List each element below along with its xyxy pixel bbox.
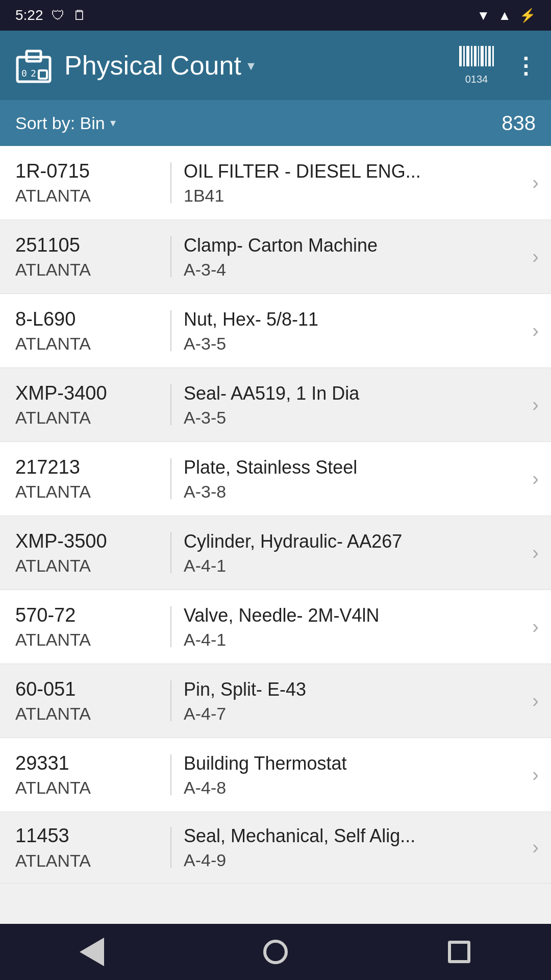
item-bin: A-4-1 [184,556,505,576]
inventory-icon: 0 2 [15,47,52,84]
list-item[interactable]: 1R-0715 ATLANTA OIL FILTER - DIESEL ENG.… [0,146,551,220]
status-bar: 5:22 🛡 🗒 ▼ ▲ ⚡ [0,0,551,31]
svg-text:0: 0 [21,68,27,79]
chevron-right-icon: › [532,394,539,416]
list-item[interactable]: XMP-3500 ATLANTA Cylinder, Hydraulic- AA… [0,516,551,590]
item-bin: A-4-7 [184,704,505,724]
item-right: OIL FILTER - DIESEL ENG... 1B41 [184,160,536,206]
item-divider [170,754,171,795]
item-code: 11453 [15,824,158,848]
item-bin: A-3-5 [184,334,505,354]
sort-label[interactable]: Sort by: Bin ▾ [15,113,116,133]
home-icon [263,940,288,964]
list-item[interactable]: 60-051 ATLANTA Pin, Split- E-43 A-4-7 › [0,664,551,738]
list-item[interactable]: 11453 ATLANTA Seal, Mechanical, Self Ali… [0,812,551,884]
svg-rect-5 [459,46,462,66]
chevron-right-icon: › [532,764,539,786]
item-left: 251105 ATLANTA [15,234,158,280]
item-name: OIL FILTER - DIESEL ENG... [184,160,505,183]
item-name: Clamp- Carton Machine [184,234,505,257]
item-code: 570-72 [15,604,158,627]
chevron-right-icon: › [532,468,539,490]
home-button[interactable] [250,926,301,977]
item-right: Building Thermostat A-4-8 [184,752,536,798]
item-left: 11453 ATLANTA [15,824,158,871]
list-item[interactable]: 29331 ATLANTA Building Thermostat A-4-8 … [0,738,551,812]
chevron-right-icon: › [532,542,539,564]
item-location: ATLANTA [15,630,158,650]
time-display: 5:22 [15,7,43,23]
item-right: Valve, Needle- 2M-V4lN A-4-1 [184,604,536,650]
battery-icon: ⚡ [519,8,536,23]
svg-rect-12 [485,46,487,66]
item-right: Nut, Hex- 5/8-11 A-3-5 [184,308,536,354]
list-item[interactable]: 570-72 ATLANTA Valve, Needle- 2M-V4lN A-… [0,590,551,664]
item-code: XMP-3400 [15,382,158,405]
svg-rect-8 [471,46,472,66]
app-bar: 0 2 Physical Count ▾ 0134 ⋮ [0,31,551,100]
signal-icon: ▲ [498,8,511,23]
item-divider [170,310,171,351]
item-name: Pin, Split- E-43 [184,678,505,701]
back-icon [80,938,104,966]
list-item[interactable]: 217213 ATLANTA Plate, Stainless Steel A-… [0,442,551,516]
wifi-icon: ▼ [477,8,490,23]
item-right: Clamp- Carton Machine A-3-4 [184,234,536,280]
item-code: 29331 [15,752,158,775]
status-bar-left: 5:22 🛡 🗒 [15,7,86,23]
item-name: Plate, Stainless Steel [184,456,505,479]
item-name: Seal- AA519, 1 In Dia [184,382,505,405]
item-left: 29331 ATLANTA [15,752,158,798]
item-code: 60-051 [15,678,158,701]
item-location: ATLANTA [15,851,158,871]
svg-rect-4 [39,70,47,79]
svg-rect-13 [488,46,491,66]
item-divider [170,236,171,277]
item-divider [170,162,171,203]
svg-rect-14 [492,46,494,66]
svg-text:2: 2 [31,68,36,79]
more-menu-button[interactable]: ⋮ [514,53,536,79]
back-button[interactable] [66,926,117,977]
item-location: ATLANTA [15,186,158,206]
recent-button[interactable] [434,926,485,977]
app-bar-actions: 0134 ⋮ [459,46,536,85]
item-left: 1R-0715 ATLANTA [15,160,158,206]
svg-rect-10 [478,46,479,66]
svg-rect-7 [466,46,469,66]
item-name: Cylinder, Hydraulic- AA267 [184,530,505,553]
item-location: ATLANTA [15,260,158,280]
chevron-right-icon: › [532,837,539,859]
item-name: Seal, Mechanical, Self Alig... [184,824,505,847]
item-name: Valve, Needle- 2M-V4lN [184,604,505,627]
item-right: Plate, Stainless Steel A-3-8 [184,456,536,502]
item-bin: A-3-8 [184,482,505,502]
item-location: ATLANTA [15,408,158,428]
item-left: XMP-3400 ATLANTA [15,382,158,428]
title-dropdown-arrow[interactable]: ▾ [247,57,255,74]
item-right: Seal- AA519, 1 In Dia A-3-5 [184,382,536,428]
item-location: ATLANTA [15,334,158,354]
item-bin: 1B41 [184,186,505,206]
item-divider [170,532,171,573]
list-item[interactable]: 8-L690 ATLANTA Nut, Hex- 5/8-11 A-3-5 › [0,294,551,368]
chevron-right-icon: › [532,172,539,194]
barcode-button[interactable]: 0134 [459,46,494,85]
inventory-list: 1R-0715 ATLANTA OIL FILTER - DIESEL ENG.… [0,146,551,884]
item-divider [170,606,171,647]
list-item[interactable]: 251105 ATLANTA Clamp- Carton Machine A-3… [0,220,551,294]
bottom-nav [0,924,551,980]
item-bin: A-3-4 [184,260,505,280]
sort-bar[interactable]: Sort by: Bin ▾ 838 [0,100,551,146]
item-divider [170,458,171,499]
barcode-label: 0134 [465,74,488,85]
item-code: 1R-0715 [15,160,158,183]
svg-rect-6 [463,46,465,66]
item-left: XMP-3500 ATLANTA [15,530,158,576]
chevron-right-icon: › [532,616,539,638]
app-bar-title: Physical Count ▾ [64,50,459,81]
list-item[interactable]: XMP-3400 ATLANTA Seal- AA519, 1 In Dia A… [0,368,551,442]
item-divider [170,827,171,868]
item-location: ATLANTA [15,482,158,502]
item-bin: A-4-1 [184,630,505,650]
